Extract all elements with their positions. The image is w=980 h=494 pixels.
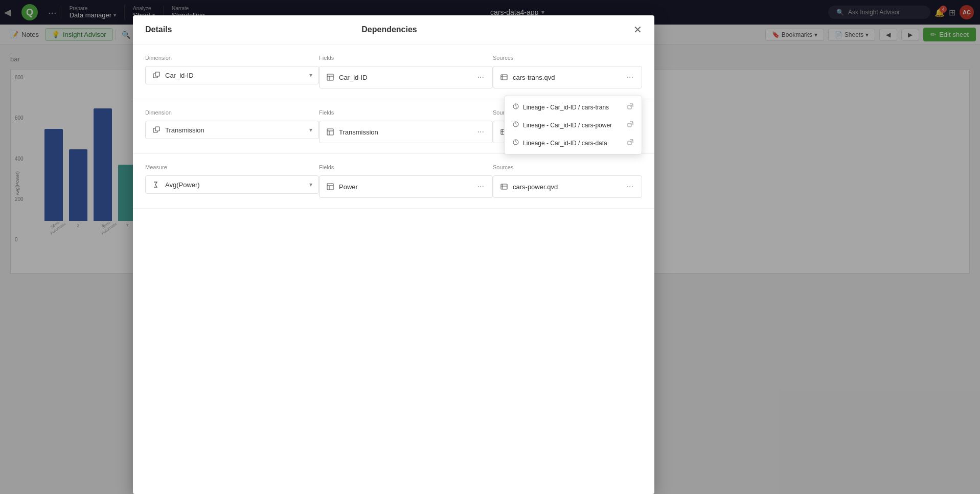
lineage-text-2: Lineage - Car_id-ID / cars-power	[523, 122, 623, 129]
dep-col-fields-3: Fields Power ···	[319, 164, 493, 198]
fields-label-3: Fields	[319, 164, 493, 170]
modal-dependencies-title: Dependencies	[247, 25, 531, 34]
modal-body: Dimension Car_id-ID ▾ Fields Car_id-ID ·…	[133, 44, 654, 494]
lineage-item-1[interactable]: Lineage - Car_id-ID / cars-trans	[505, 98, 642, 116]
svg-line-15	[516, 124, 517, 126]
svg-rect-31	[327, 184, 333, 190]
dimension-chevron-2: ▾	[309, 126, 312, 133]
lineage-icon-3	[513, 139, 519, 147]
lineage-text-3: Lineage - Car_id-ID / cars-data	[523, 140, 623, 147]
table-icon-2	[326, 127, 335, 137]
svg-rect-25	[327, 129, 333, 135]
svg-rect-34	[501, 184, 507, 189]
dep-col-fields-2: Fields Transmission ···	[319, 109, 493, 143]
dep-col-dimension-1: Dimension Car_id-ID ▾	[145, 55, 319, 88]
dimension-box-1[interactable]: Car_id-ID ▾	[145, 66, 319, 84]
svg-rect-24	[155, 127, 159, 131]
table-icon-1	[326, 73, 335, 82]
measure-value-3: Avg(Power)	[165, 181, 305, 189]
fields-label-2: Fields	[319, 109, 493, 116]
svg-rect-2	[327, 74, 333, 80]
cube-icon-2	[152, 125, 161, 134]
source-icon-1	[499, 73, 509, 82]
dep-col-sources-1: Sources cars-trans.qvd ···	[493, 55, 642, 88]
dimension-label-2: Dimension	[145, 109, 319, 116]
modal-close-button[interactable]: ✕	[633, 24, 642, 36]
dimension-label-1: Dimension	[145, 55, 319, 61]
svg-line-10	[516, 106, 517, 108]
svg-rect-1	[155, 72, 159, 76]
source-icon-3	[499, 182, 509, 191]
table-icon-3	[326, 182, 335, 191]
lineage-text-1: Lineage - Car_id-ID / cars-trans	[523, 104, 623, 111]
lineage-dropdown: Lineage - Car_id-ID / cars-trans Lineage…	[504, 96, 642, 154]
field-box-2: Transmission ···	[319, 121, 493, 143]
dep-col-sources-3: Sources cars-power.qvd ···	[493, 164, 642, 198]
dep-col-fields-1: Fields Car_id-ID ···	[319, 55, 493, 88]
sources-label-3: Sources	[493, 164, 642, 170]
dep-row-1: Dimension Car_id-ID ▾ Fields Car_id-ID ·…	[133, 44, 654, 99]
field-value-2: Transmission	[339, 128, 471, 136]
dep-col-measure-3: Measure Avg(Power) ▾	[145, 164, 319, 198]
dimension-value-1: Car_id-ID	[165, 72, 305, 79]
cube-icon-1	[152, 71, 161, 80]
sources-label-1: Sources	[493, 55, 642, 61]
source-value-3: cars-power.qvd	[513, 183, 621, 191]
measure-chevron-3: ▾	[309, 181, 312, 188]
field-more-1[interactable]: ···	[475, 71, 486, 84]
measure-box-3[interactable]: Avg(Power) ▾	[145, 175, 319, 194]
fields-label-1: Fields	[319, 55, 493, 61]
field-value-1: Car_id-ID	[339, 74, 471, 81]
source-box-1: cars-trans.qvd ···	[493, 66, 642, 88]
field-more-3[interactable]: ···	[475, 180, 486, 193]
measure-label-3: Measure	[145, 164, 319, 170]
field-value-3: Power	[339, 183, 471, 191]
details-modal: Details Dependencies ✕ Dimension Car_id-…	[133, 15, 654, 494]
source-box-3: cars-power.qvd ···	[493, 175, 642, 198]
sigma-icon-3	[152, 180, 161, 189]
source-more-1[interactable]: ···	[625, 71, 635, 84]
dimension-box-2[interactable]: Transmission ▾	[145, 121, 319, 139]
modal-header: Details Dependencies ✕	[133, 15, 654, 44]
lineage-ext-2	[627, 121, 633, 129]
lineage-icon-2	[513, 121, 519, 129]
dimension-chevron-1: ▾	[309, 72, 312, 79]
svg-line-20	[516, 142, 517, 144]
source-more-3[interactable]: ···	[625, 180, 635, 193]
svg-rect-5	[501, 75, 507, 80]
dimension-value-2: Transmission	[165, 126, 305, 134]
lineage-ext-3	[627, 139, 633, 147]
lineage-item-3[interactable]: Lineage - Car_id-ID / cars-data	[505, 134, 642, 152]
dep-col-dimension-2: Dimension Transmission ▾	[145, 109, 319, 143]
field-box-1: Car_id-ID ···	[319, 66, 493, 88]
source-value-1: cars-trans.qvd	[513, 74, 621, 81]
dep-row-3: Measure Avg(Power) ▾ Fields Power ···	[133, 154, 654, 209]
lineage-ext-1	[627, 103, 633, 111]
field-more-2[interactable]: ···	[475, 125, 486, 139]
modal-details-title: Details	[145, 25, 247, 34]
field-box-3: Power ···	[319, 175, 493, 198]
lineage-icon-1	[513, 103, 519, 111]
lineage-item-2[interactable]: Lineage - Car_id-ID / cars-power	[505, 116, 642, 134]
